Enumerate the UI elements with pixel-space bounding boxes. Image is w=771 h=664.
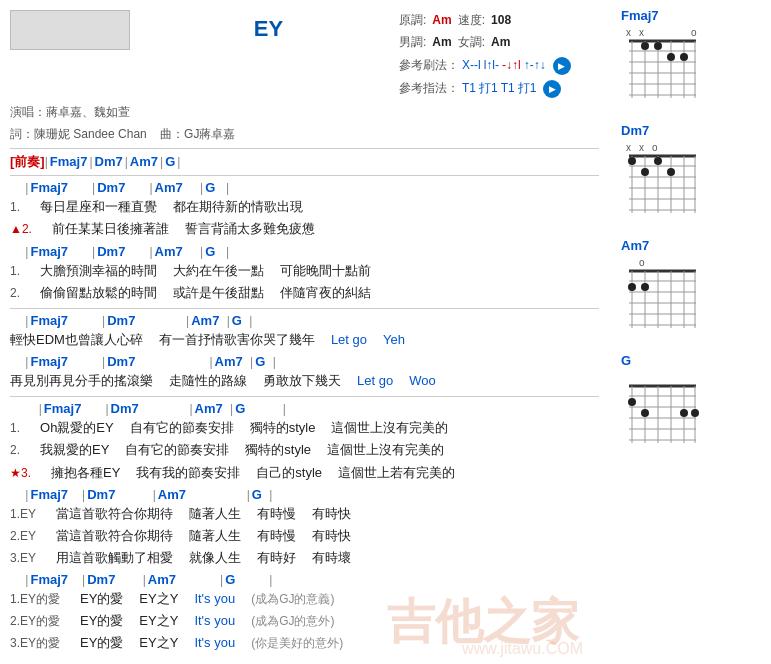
speed-label: 速度: <box>458 10 485 32</box>
lyric-paren: (成為GJ的意義) <box>251 589 334 609</box>
lyric-text: 獨特的style <box>250 417 316 439</box>
lyric-text: 我親愛的EY <box>40 439 109 461</box>
lyric-text: Yeh <box>383 329 405 351</box>
lyric-text: 勇敢放下幾天 <box>263 370 341 392</box>
lyric-num: 2. <box>10 283 20 303</box>
lyric-text: 當這首歌符合你期待 <box>56 525 173 547</box>
svg-text:o: o <box>639 257 645 268</box>
pick-label: 參考指法： <box>399 78 459 100</box>
svg-point-67 <box>680 409 688 417</box>
svg-point-52 <box>641 283 649 291</box>
performer-line: 演唱：蔣卓嘉、魏如萱 <box>10 103 599 122</box>
prelude-line: [前奏] | Fmaj7 | Dm7 | Am7 | G | <box>10 153 599 171</box>
lyric-text: Woo <box>409 370 436 392</box>
lyricist: 陳珊妮 Sandee Chan <box>34 127 147 141</box>
svg-text:o: o <box>652 142 658 153</box>
lyric-num: ★3. <box>10 463 31 483</box>
chord-diagram-name: Am7 <box>621 238 761 253</box>
lyric-text: 再見別再見分手的搖滾樂 <box>10 370 153 392</box>
lyric-text: 隨著人生 <box>189 525 241 547</box>
lyric-text: EY之Y <box>139 610 178 632</box>
lyric-text: 自己的style <box>256 462 322 484</box>
chord-diagram-name: Fmaj7 <box>621 8 761 23</box>
female-key: Am <box>491 32 510 54</box>
original-key-label: 原調: <box>399 10 426 32</box>
lyric-num: 2.EY <box>10 526 36 546</box>
lyric-text: 每日星座和一種直覺 <box>40 196 157 218</box>
lyric-text: 這個世上若有完美的 <box>338 462 455 484</box>
lyric-text: 用這首歌觸動了相愛 <box>56 547 173 569</box>
lyric-num: 3.EY的愛 <box>10 633 60 653</box>
lyric-text: 就像人生 <box>189 547 241 569</box>
speed: 108 <box>491 10 511 32</box>
lyric-text: 有時好 <box>257 547 296 569</box>
lyric-text: 有時慢 <box>257 503 296 525</box>
lyric-text: 或許是午後甜點 <box>173 282 264 304</box>
strum-p3: -↓↑l <box>502 55 521 77</box>
svg-point-37 <box>667 168 675 176</box>
lyric-text: 偷偷留點放鬆的時間 <box>40 282 157 304</box>
lyric-text: Oh親愛的EY <box>40 417 114 439</box>
pick-p2: 打1 <box>479 78 498 100</box>
lyric-text: 可能晚間十點前 <box>280 260 371 282</box>
lyric-text: 前任某某日後擁著誰 <box>52 218 169 240</box>
lyric-text: Let go <box>331 329 367 351</box>
lyric-num: 1. <box>10 261 20 281</box>
lyric-text: 自有它的節奏安排 <box>125 439 229 461</box>
male-key: Am <box>432 32 451 54</box>
lyric-text: It's you <box>194 610 235 632</box>
lyric-text: Let go <box>357 370 393 392</box>
section-4: |Fmaj7 |Dm7 |Am7 |G | 再見別再見分手的搖滾樂 走隨性的路線… <box>10 354 599 392</box>
lyric-paren: (你是美好的意外) <box>251 633 343 653</box>
pick-p3: T1 <box>501 78 515 100</box>
chord-diagram-g: G <box>621 353 761 454</box>
svg-point-68 <box>691 409 699 417</box>
section-6: |Fmaj7 |Dm7 |Am7 |G | 1.EY 當這首歌符合你期待 隨著人… <box>10 487 599 569</box>
lyric-num: 3.EY <box>10 548 36 568</box>
strum-play-btn[interactable]: ▶ <box>553 57 571 75</box>
lyric-text: 都在期待新的情歌出現 <box>173 196 303 218</box>
lyric-text: It's you <box>194 588 235 610</box>
chord-diagram-fmaj7: Fmaj7 x x o <box>621 8 761 109</box>
female-key-label: 女調: <box>458 32 485 54</box>
svg-text:x: x <box>639 142 644 153</box>
lyric-paren: (成為GJ的意外) <box>251 611 334 631</box>
svg-point-34 <box>628 157 636 165</box>
lyric-text: 這個世上沒有完美的 <box>327 439 444 461</box>
lyric-text: 有時快 <box>312 503 351 525</box>
lyric-text: 有時快 <box>312 525 351 547</box>
lyric-text: 大約在午後一點 <box>173 260 264 282</box>
chord-diagram-name: G <box>621 353 761 368</box>
lyric-text: 擁抱各種EY <box>51 462 120 484</box>
svg-text:o: o <box>691 27 697 38</box>
svg-point-35 <box>654 157 662 165</box>
lyric-text: 有時慢 <box>257 525 296 547</box>
section-3: |Fmaj7 |Dm7 |Am7 |G | 輕快EDM也曾讓人心碎 有一首抒情歌… <box>10 313 599 351</box>
lyric-text: 伴隨宵夜的糾結 <box>280 282 371 304</box>
pick-play-btn[interactable]: ▶ <box>543 80 561 98</box>
svg-point-36 <box>641 168 649 176</box>
strum-p2: l↑l- <box>484 55 499 77</box>
lyric-text: 獨特的style <box>245 439 311 461</box>
lyric-text: EY的愛 <box>80 610 123 632</box>
lyric-text: 大膽預測幸福的時間 <box>40 260 157 282</box>
lyric-text: 隨著人生 <box>189 503 241 525</box>
male-key-label: 男調: <box>399 32 426 54</box>
lyric-text: 自有它的節奏安排 <box>130 417 234 439</box>
credits-line: 詞：陳珊妮 Sandee Chan 曲：GJ蔣卓嘉 <box>10 125 599 144</box>
lyric-num: 2. <box>10 440 20 460</box>
lyric-text: It's you <box>194 632 235 654</box>
lyric-text: 有一首抒情歌害你哭了幾年 <box>159 329 315 351</box>
svg-text:x: x <box>626 27 631 38</box>
lyric-text: 輕快EDM也曾讓人心碎 <box>10 329 143 351</box>
section-5: |Fmaj7 |Dm7 |Am7 |G | 1. Oh親愛的EY 自有它的節奏安… <box>10 401 599 483</box>
song-title: EY <box>138 10 399 42</box>
svg-text:x: x <box>626 142 631 153</box>
strum-label: 參考刷法： <box>399 55 459 77</box>
lyric-text: 誓言背誦太多難免疲憊 <box>185 218 315 240</box>
lyric-num: 1.EY <box>10 504 36 524</box>
pick-p1: T1 <box>462 78 476 100</box>
prelude-label: [前奏] <box>10 153 45 171</box>
svg-point-17 <box>667 53 675 61</box>
pick-p4: 打1 <box>518 78 537 100</box>
